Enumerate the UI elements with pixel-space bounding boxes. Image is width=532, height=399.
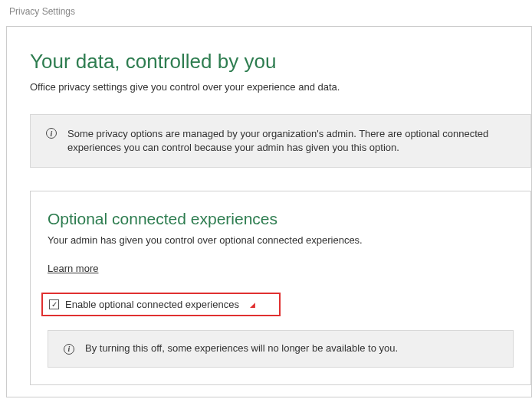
- checkbox-label: Enable optional connected experiences: [65, 299, 239, 310]
- page-heading: Your data, controlled by you: [30, 50, 531, 74]
- info-icon: i: [64, 344, 74, 355]
- enable-optional-checkbox[interactable]: ✓: [49, 299, 59, 309]
- page-subtitle: Office privacy settings give you control…: [30, 81, 531, 93]
- admin-info-banner: i Some privacy options are managed by yo…: [30, 114, 531, 168]
- learn-more-link[interactable]: Learn more: [48, 263, 98, 274]
- admin-info-text: Some privacy options are managed by your…: [67, 127, 515, 155]
- inner-info-text: By turning this off, some experiences wi…: [85, 342, 398, 355]
- checkbox-highlight-box: ✓ Enable optional connected experiences …: [41, 293, 281, 316]
- content-panel: Your data, controlled by you Office priv…: [6, 26, 532, 397]
- window-title: Privacy Settings: [0, 0, 532, 23]
- section-description: Your admin has given you control over op…: [48, 234, 514, 246]
- annotation-mark: ◢: [250, 301, 255, 309]
- info-icon: i: [46, 128, 57, 139]
- inner-info-banner: i By turning this off, some experiences …: [48, 330, 514, 367]
- section-heading: Optional connected experiences: [48, 210, 514, 228]
- optional-experiences-section: Optional connected experiences Your admi…: [30, 191, 531, 384]
